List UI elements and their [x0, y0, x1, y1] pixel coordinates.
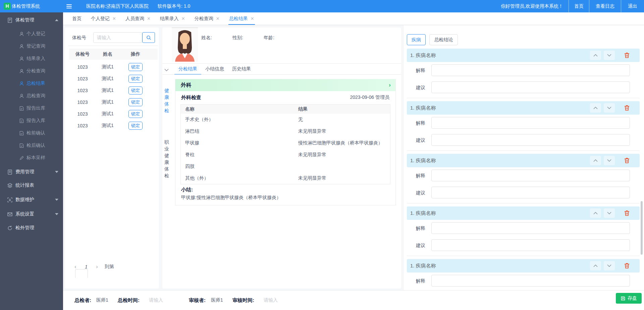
- table-row[interactable]: 1023测试1锁定: [69, 84, 158, 96]
- explain-input[interactable]: [431, 275, 630, 287]
- section-header[interactable]: 外科 ›: [175, 79, 395, 91]
- review-time-label: 审核时间:: [232, 297, 254, 304]
- scrollbar-thumb[interactable]: [641, 201, 643, 255]
- sidebar-item-jianwaiguanli[interactable]: 检外管理: [0, 223, 63, 233]
- lock-button[interactable]: 锁定: [128, 86, 143, 95]
- explain-input[interactable]: [431, 117, 630, 129]
- exam-time-input[interactable]: 请输入: [149, 297, 163, 303]
- table-row[interactable]: 1023测试1锁定: [69, 73, 158, 84]
- collapse-chevron-icon[interactable]: [164, 67, 169, 72]
- disease-button[interactable]: 疾病: [407, 34, 426, 45]
- exam-no-input[interactable]: 请输入: [93, 32, 142, 43]
- patient-list-panel: 体检号 请输入 体检号 姓名 操作 1023测试1锁定 1023测试1锁定 10…: [65, 27, 159, 289]
- explain-label: 解释: [416, 68, 425, 74]
- vtab-jiankangtijian[interactable]: 健康体检: [163, 87, 170, 114]
- review-time-input[interactable]: 请输入: [264, 297, 278, 303]
- search-button[interactable]: [142, 32, 155, 43]
- close-icon[interactable]: ✕: [181, 16, 185, 21]
- tab-fenjianchaxun[interactable]: 分检查询✕: [190, 12, 224, 25]
- current-page[interactable]: 1: [84, 264, 89, 269]
- sidebar-item-baogaochuku[interactable]: 报告出库: [0, 103, 63, 113]
- disease-card: 1. 疾病名称 解释 建议: [407, 49, 640, 101]
- move-up-button[interactable]: [590, 156, 601, 165]
- tab-renyuanchaxun[interactable]: 人员查询✕: [121, 12, 155, 25]
- move-down-button[interactable]: [604, 103, 615, 113]
- explain-input[interactable]: [431, 64, 630, 76]
- disease-card-header: 1. 疾病名称: [407, 101, 640, 115]
- sidebar-item-jieguoluru[interactable]: 结果录入: [0, 54, 63, 64]
- move-down-button[interactable]: [604, 156, 615, 165]
- section-title: 外科: [181, 82, 192, 89]
- delete-icon[interactable]: [624, 262, 630, 269]
- tab-lishijieguo[interactable]: 历史结果: [228, 64, 255, 75]
- lock-button[interactable]: 锁定: [128, 122, 143, 130]
- next-page-icon[interactable]: ›: [95, 264, 99, 270]
- person-icon: [19, 93, 24, 99]
- view-log-button[interactable]: 查看日志: [589, 3, 621, 9]
- conclusion-button[interactable]: 总检结论: [429, 34, 458, 45]
- suggest-input[interactable]: [431, 134, 630, 146]
- tab-gerendengji[interactable]: 个人登记✕: [86, 12, 121, 25]
- close-icon[interactable]: ✕: [216, 16, 220, 21]
- sidebar-item-dengjichaxun[interactable]: 登记查询: [0, 41, 63, 51]
- sidebar-item-jianhouqueren[interactable]: 检后确认: [0, 140, 63, 150]
- move-up-button[interactable]: [590, 51, 601, 60]
- suggest-label: 建议: [416, 85, 425, 91]
- sidebar-item-zongjianjieguo[interactable]: 总检结果: [0, 78, 63, 88]
- sidebar-item-zongjianchaxun[interactable]: 总检查询: [0, 91, 63, 101]
- tab-jieguoluru[interactable]: 结果录入✕: [155, 12, 190, 25]
- list-header: 体检号 姓名 操作: [69, 49, 158, 60]
- sidebar-item-xitongshezhi[interactable]: 系统设置: [0, 209, 63, 219]
- doc-check-icon: [19, 130, 24, 136]
- delete-icon[interactable]: [624, 157, 630, 164]
- move-up-button[interactable]: [590, 261, 601, 270]
- close-icon[interactable]: ✕: [251, 16, 254, 21]
- save-button[interactable]: 存盘: [616, 293, 642, 304]
- table-row[interactable]: 1023测试1锁定: [69, 61, 158, 73]
- tab-shouye[interactable]: 首页: [67, 12, 86, 25]
- explain-input[interactable]: [431, 170, 630, 181]
- menu-toggle-icon[interactable]: [66, 3, 72, 9]
- lock-button[interactable]: 锁定: [128, 98, 143, 106]
- close-icon[interactable]: ✕: [112, 16, 116, 21]
- sidebar-item-gerendengji[interactable]: 个人登记: [0, 29, 63, 39]
- move-down-button[interactable]: [604, 208, 615, 218]
- result-table: 名称 结果 手术史（外）无 淋巴结未见明显异常 甲状腺慢性淋巴细胞甲状腺炎（桥本…: [180, 104, 390, 184]
- table-row[interactable]: 1023测试1锁定: [69, 108, 158, 120]
- move-down-button[interactable]: [604, 51, 615, 60]
- delete-icon[interactable]: [624, 52, 630, 59]
- sidebar-item-biaobencaiyang[interactable]: 标本采样: [0, 153, 63, 163]
- logout-button[interactable]: 退出: [621, 3, 644, 9]
- avatar: [172, 27, 198, 62]
- table-row[interactable]: 1023测试1锁定: [69, 120, 158, 131]
- tab-xiaojiexinxi[interactable]: 小结信息: [201, 64, 228, 75]
- suggest-input[interactable]: [431, 239, 630, 251]
- suggest-input[interactable]: [431, 187, 630, 198]
- delete-icon[interactable]: [624, 105, 630, 111]
- explain-input[interactable]: [431, 222, 630, 234]
- conclusion-panel: 疾病 总检结论 1. 疾病名称 解释 建议 1. 疾病名称 解释 建议: [404, 25, 644, 290]
- lock-button[interactable]: 锁定: [128, 75, 143, 83]
- move-up-button[interactable]: [590, 208, 601, 218]
- table-row[interactable]: 1023测试1锁定: [69, 96, 158, 108]
- page-jump-input[interactable]: [75, 269, 88, 278]
- close-icon[interactable]: ✕: [147, 16, 151, 21]
- delete-icon[interactable]: [624, 210, 630, 216]
- sidebar-item-tijianguanli[interactable]: 体检管理: [0, 15, 63, 25]
- sidebar-item-baogaoruku[interactable]: 报告入库: [0, 116, 63, 126]
- vtab-zhiyejiankangtijian[interactable]: 职业健康体检: [163, 139, 170, 179]
- sidebar-item-fenjianchaxun[interactable]: 分检查询: [0, 66, 63, 76]
- tab-zongjianjieguo[interactable]: 总检结果✕: [224, 12, 259, 25]
- lock-button[interactable]: 锁定: [128, 110, 143, 118]
- move-up-button[interactable]: [590, 103, 601, 113]
- tab-fenjianjieguo[interactable]: 分检结果: [174, 64, 201, 75]
- sidebar-item-tongjibaobiao[interactable]: 统计报表: [0, 180, 63, 190]
- sidebar-item-jianqianqueren[interactable]: 检前确认: [0, 128, 63, 138]
- lock-button[interactable]: 锁定: [128, 63, 143, 71]
- document-icon: [7, 169, 13, 175]
- suggest-input[interactable]: [431, 81, 630, 93]
- move-down-button[interactable]: [604, 261, 615, 270]
- sidebar-item-feiyongguanli[interactable]: 费用管理: [0, 167, 63, 177]
- home-button[interactable]: 首页: [569, 3, 589, 9]
- sidebar-item-shujuweihu[interactable]: 数据维护: [0, 195, 63, 205]
